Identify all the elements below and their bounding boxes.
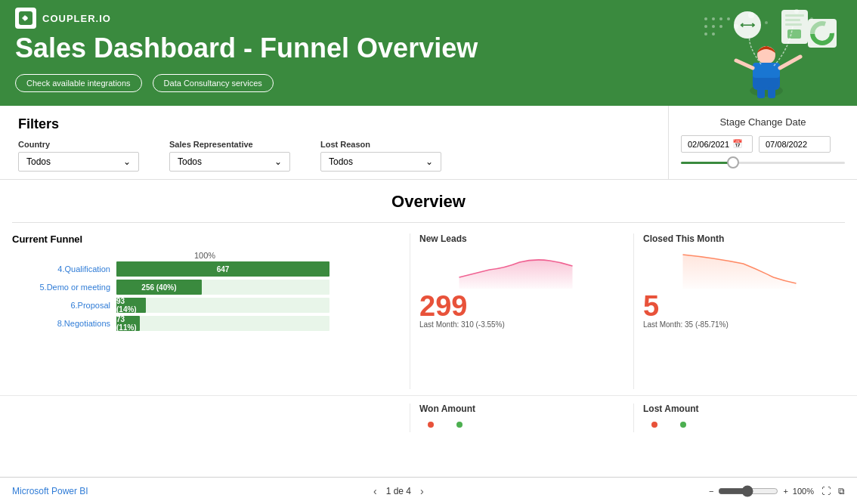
lost-reason-select[interactable]: Todos ⌄ [320, 152, 441, 172]
lost-reason-value: Todos [329, 156, 353, 167]
page-text: 1 de 4 [386, 486, 411, 496]
zoom-bar: − + 100% ⛶ ⧉ [709, 485, 845, 497]
zoom-slider[interactable] [718, 485, 778, 497]
new-leads-value: 299 [419, 292, 612, 320]
sales-rep-chevron-icon: ⌄ [274, 156, 282, 167]
calendar-icon: 📅 [732, 139, 743, 149]
funnel-bar: 647 [116, 261, 329, 277]
lost-reason-label: Lost Reason [320, 140, 441, 149]
svg-line-21 [736, 60, 753, 68]
sales-rep-select[interactable]: Todos ⌄ [169, 152, 290, 172]
funnel-bar-row: 8.Negotiations 73 (11%) [12, 316, 329, 331]
dashboard-grid: Current Funnel 100% 4.Qualification 647 … [0, 223, 857, 389]
svg-point-33 [712, 32, 715, 36]
lost-reason-filter: Lost Reason Todos ⌄ [320, 140, 441, 172]
svg-point-35 [456, 422, 463, 428]
country-label: Country [18, 140, 139, 149]
svg-point-32 [704, 32, 707, 36]
header-illustration: ⟷ [691, 4, 842, 102]
svg-point-25 [704, 17, 707, 20]
date-from-input[interactable]: 02/06/2021 📅 [681, 135, 753, 153]
slider-thumb[interactable] [727, 156, 739, 169]
prev-page-button[interactable]: ‹ [370, 485, 380, 497]
fit-page-icon[interactable]: ⛶ [821, 486, 831, 496]
new-leads-sparkline [419, 247, 612, 289]
closed-sparkline [643, 247, 836, 289]
svg-line-22 [780, 57, 800, 68]
svg-point-36 [651, 422, 657, 428]
country-select[interactable]: Todos ⌄ [18, 152, 139, 172]
stage-date-title: Stage Change Date [681, 116, 845, 128]
lost-amount-title: Lost Amount [643, 404, 836, 414]
svg-point-28 [727, 17, 730, 20]
fullscreen-icon[interactable]: ⧉ [838, 486, 845, 496]
funnel-bar-container: 4.Qualification 647 5.Demo or meeting 25… [12, 261, 329, 331]
svg-rect-13 [787, 29, 801, 39]
won-amount-title: Won Amount [419, 404, 612, 414]
svg-text:⟷: ⟷ [740, 19, 755, 31]
slider-fill [681, 162, 730, 164]
overview-section: Overview Current Funnel 100% 4.Qualifica… [0, 180, 857, 432]
funnel-100-label: 100% [12, 251, 398, 260]
funnel-bar-row: 5.Demo or meeting 256 (40%) [12, 280, 329, 295]
zoom-in-icon[interactable]: + [783, 487, 787, 496]
integrations-button[interactable]: Check available integrations [15, 74, 142, 92]
zoom-out-icon[interactable]: − [709, 487, 713, 496]
logo-text: COUPLER.IO [42, 13, 111, 24]
pagination: ‹ 1 de 4 › [370, 485, 427, 497]
zoom-label: 100% [793, 487, 814, 496]
consultancy-button[interactable]: Data Consultancy services [153, 74, 274, 92]
sales-rep-filter: Sales Representative Todos ⌄ [169, 140, 290, 172]
funnel-bottom-spacer [12, 404, 398, 432]
lost-mini-chart [643, 417, 666, 432]
filter-row: Country Todos ⌄ Sales Representative Tod… [18, 140, 650, 172]
funnel-bar: 73 (11%) [116, 316, 140, 331]
logo-icon [15, 8, 36, 29]
svg-point-30 [712, 25, 715, 28]
svg-rect-12 [785, 23, 802, 26]
svg-point-1 [24, 17, 28, 20]
filters-row: Filters Country Todos ⌄ Sales Representa… [0, 106, 857, 180]
date-from-value: 02/06/2021 [688, 140, 729, 149]
powerbi-link[interactable]: Microsoft Power BI [12, 486, 88, 496]
svg-point-37 [680, 422, 686, 428]
date-inputs: 02/06/2021 📅 07/08/2022 [681, 135, 845, 153]
new-leads-title: New Leads [419, 233, 612, 244]
sales-rep-value: Todos [178, 156, 202, 167]
funnel-bar-row: 4.Qualification 647 [12, 261, 329, 277]
won-mini-chart2 [448, 417, 471, 432]
country-value: Todos [26, 156, 51, 167]
funnel-title: Current Funnel [12, 233, 398, 245]
funnel-bar-label: 6.Proposal [12, 301, 110, 310]
header: COUPLER.IO Sales Dashboard - Funnel Over… [0, 0, 857, 106]
new-leads-section: New Leads 299 Last Month: 310 (-3.55%) [410, 233, 621, 389]
svg-rect-10 [785, 14, 804, 17]
funnel-bar-wrap: 256 (40%) [116, 280, 329, 295]
closed-month-section: Closed This Month 5 Last Month: 35 (-85.… [633, 233, 845, 389]
content-area: Filters Country Todos ⌄ Sales Representa… [0, 106, 857, 477]
svg-rect-20 [753, 63, 780, 78]
won-mini-chart [419, 417, 442, 432]
svg-rect-23 [757, 87, 765, 98]
funnel-section: Current Funnel 100% 4.Qualification 647 … [12, 233, 398, 389]
funnel-bar: 93 (14%) [116, 298, 146, 313]
svg-rect-11 [785, 19, 800, 21]
svg-point-26 [712, 17, 715, 20]
won-amount-section: Won Amount [410, 404, 621, 432]
new-leads-sub: Last Month: 310 (-3.55%) [419, 320, 612, 329]
funnel-bar-row: 6.Proposal 93 (14%) [12, 298, 329, 313]
next-page-button[interactable]: › [417, 485, 427, 497]
svg-point-27 [719, 17, 722, 20]
svg-point-34 [428, 422, 434, 428]
sales-rep-label: Sales Representative [169, 140, 290, 149]
funnel-bar-label: 8.Negotiations [12, 319, 110, 328]
stage-date-panel: Stage Change Date 02/06/2021 📅 07/08/202… [668, 106, 857, 180]
date-to-input[interactable]: 07/08/2022 [759, 136, 831, 153]
lost-reason-chevron-icon: ⌄ [425, 156, 433, 167]
svg-point-31 [719, 25, 722, 28]
kpi-row-2: Won Amount Lost Amount [0, 395, 857, 432]
funnel-bar-wrap: 93 (14%) [116, 298, 329, 313]
country-chevron-icon: ⌄ [123, 156, 131, 167]
country-filter: Country Todos ⌄ [18, 140, 139, 172]
svg-point-29 [704, 25, 707, 28]
